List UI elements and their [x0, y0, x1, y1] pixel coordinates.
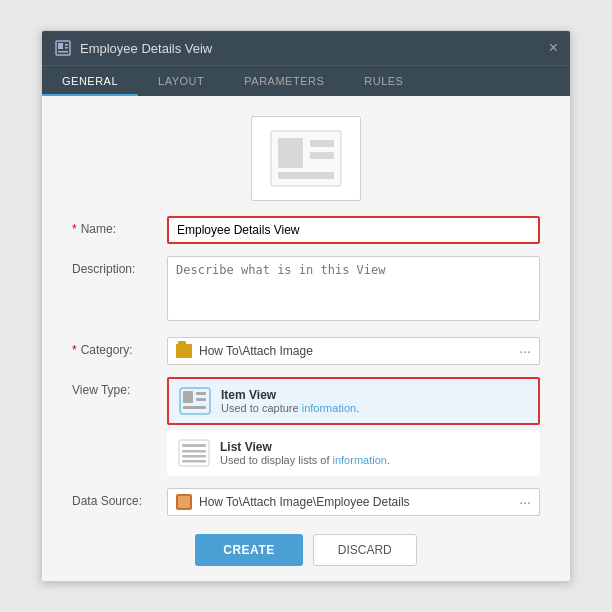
svg-rect-18 — [182, 455, 206, 458]
category-value: How To\Attach Image — [199, 344, 515, 358]
item-view-option[interactable]: Item View Used to capture information. — [167, 377, 540, 425]
category-selector[interactable]: How To\Attach Image ··· — [167, 337, 540, 365]
employee-details-window: Employee Details Veiw × GENERAL LAYOUT P… — [41, 30, 571, 582]
category-required-star: * — [72, 343, 77, 357]
svg-rect-17 — [182, 450, 206, 453]
list-view-icon — [178, 439, 210, 467]
datasource-field-wrap: How To\Attach Image\Employee Details ··· — [167, 488, 540, 516]
category-folder-icon — [176, 344, 192, 358]
list-view-name: List View — [220, 440, 390, 454]
name-required-star: * — [72, 222, 77, 236]
svg-rect-3 — [65, 47, 68, 49]
category-more-button[interactable]: ··· — [519, 343, 531, 359]
create-button[interactable]: CREATE — [195, 534, 302, 566]
name-label: *Name: — [72, 216, 167, 236]
description-field-wrap — [167, 256, 540, 325]
name-input[interactable] — [167, 216, 540, 244]
tab-rules[interactable]: RULES — [344, 66, 423, 96]
svg-rect-1 — [58, 43, 63, 49]
item-view-icon — [179, 387, 211, 415]
list-view-option[interactable]: List View Used to display lists of infor… — [167, 430, 540, 476]
tab-layout[interactable]: LAYOUT — [138, 66, 224, 96]
datasource-value: How To\Attach Image\Employee Details — [199, 495, 515, 509]
svg-rect-6 — [278, 138, 303, 168]
svg-rect-11 — [183, 391, 193, 403]
svg-rect-12 — [196, 392, 206, 395]
form-content: *Name: Description: *Category: — [42, 96, 570, 581]
preview-box — [251, 116, 361, 201]
category-field-wrap: How To\Attach Image ··· — [167, 337, 540, 365]
list-view-info: List View Used to display lists of infor… — [220, 440, 390, 466]
window-icon — [54, 39, 72, 57]
title-bar-left: Employee Details Veiw — [54, 39, 212, 57]
tab-general[interactable]: GENERAL — [42, 66, 138, 96]
datasource-icon — [176, 494, 192, 510]
list-view-desc: Used to display lists of information. — [220, 454, 390, 466]
view-type-row: View Type: Item View — [72, 377, 540, 476]
view-options: Item View Used to capture information. — [167, 377, 540, 476]
svg-rect-8 — [310, 152, 334, 159]
svg-rect-14 — [183, 406, 206, 409]
title-bar: Employee Details Veiw × — [42, 31, 570, 65]
tab-parameters[interactable]: PARAMETERS — [224, 66, 344, 96]
item-view-info: Item View Used to capture information. — [221, 388, 359, 414]
name-field-wrap — [167, 216, 540, 244]
datasource-selector[interactable]: How To\Attach Image\Employee Details ··· — [167, 488, 540, 516]
description-input[interactable] — [167, 256, 540, 321]
category-label: *Category: — [72, 337, 167, 357]
close-button[interactable]: × — [549, 40, 558, 56]
category-row: *Category: How To\Attach Image ··· — [72, 337, 540, 365]
description-row: Description: — [72, 256, 540, 325]
datasource-more-button[interactable]: ··· — [519, 494, 531, 510]
tabs-bar: GENERAL LAYOUT PARAMETERS RULES — [42, 65, 570, 96]
item-view-name: Item View — [221, 388, 359, 402]
svg-rect-7 — [310, 140, 334, 147]
buttons-row: CREATE DISCARD — [42, 534, 570, 566]
form-area: *Name: Description: *Category: — [42, 216, 570, 516]
svg-rect-19 — [182, 460, 206, 463]
svg-rect-9 — [278, 172, 334, 179]
description-label: Description: — [72, 256, 167, 276]
svg-rect-13 — [196, 398, 206, 401]
item-view-desc: Used to capture information. — [221, 402, 359, 414]
view-type-label: View Type: — [72, 377, 167, 397]
name-row: *Name: — [72, 216, 540, 244]
preview-area — [42, 96, 570, 216]
datasource-row: Data Source: How To\Attach Image\Employe… — [72, 488, 540, 516]
svg-rect-2 — [65, 44, 68, 46]
discard-button[interactable]: DISCARD — [313, 534, 417, 566]
preview-svg — [266, 126, 346, 191]
svg-rect-4 — [58, 51, 68, 53]
svg-rect-16 — [182, 444, 206, 447]
window-title: Employee Details Veiw — [80, 41, 212, 56]
datasource-label: Data Source: — [72, 488, 167, 508]
